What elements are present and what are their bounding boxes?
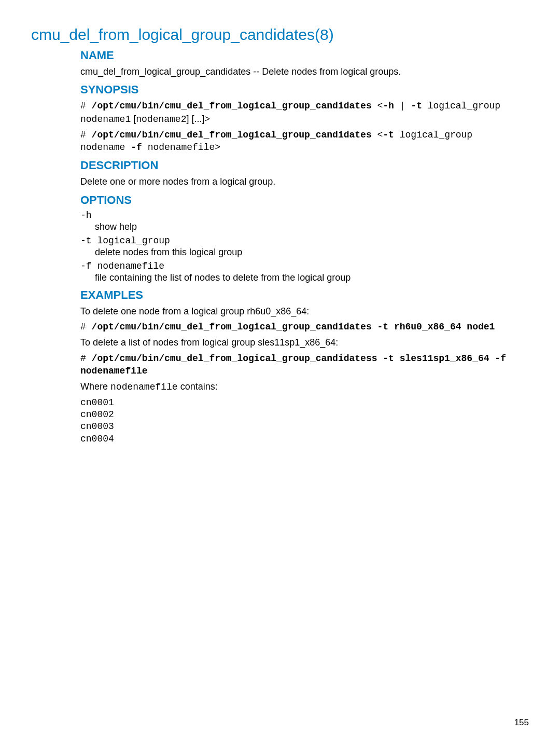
command-path: /opt/cmu/bin/cmu_del_from_logical_group_… bbox=[92, 130, 372, 140]
prompt-hash: # bbox=[80, 353, 92, 364]
arg-nodename1: nodename1 bbox=[80, 114, 131, 125]
arg-nodename2: nodename2 bbox=[136, 114, 186, 125]
example-command-1: # /opt/cmu/bin/cmu_del_from_logical_grou… bbox=[80, 321, 529, 333]
example-where-line: Where nodenamefile contains: bbox=[80, 380, 529, 393]
option-item: -h show help bbox=[80, 210, 529, 232]
command-path: /opt/cmu/bin/cmu_del_from_logical_group_… bbox=[92, 101, 372, 111]
option-flag: -f nodenamefile bbox=[80, 261, 529, 271]
example-intro-2: To delete a list of nodes from logical g… bbox=[80, 336, 529, 349]
where-post: contains: bbox=[178, 381, 218, 392]
arg-nodename: nodename bbox=[80, 142, 131, 153]
section-heading-description: DESCRIPTION bbox=[80, 159, 529, 172]
arg-logical-group: logical_group bbox=[422, 101, 500, 111]
option-item: -t logical_group delete nodes from this … bbox=[80, 236, 529, 258]
prompt-hash: # bbox=[80, 130, 92, 140]
angle-open: < bbox=[372, 101, 383, 111]
content-block: NAME cmu_del_from_logical_group_candidat… bbox=[80, 49, 529, 445]
pipe-sep: | bbox=[394, 101, 411, 111]
prompt-hash: # bbox=[80, 322, 92, 332]
prompt-hash: # bbox=[80, 101, 92, 111]
synopsis-line-2: # /opt/cmu/bin/cmu_del_from_logical_grou… bbox=[80, 129, 529, 154]
option-flag: -t logical_group bbox=[80, 236, 529, 246]
example-intro-1: To delete one node from a logical group … bbox=[80, 305, 529, 317]
synopsis-line-1: # /opt/cmu/bin/cmu_del_from_logical_grou… bbox=[80, 100, 529, 126]
section-heading-synopsis: SYNOPSIS bbox=[80, 83, 529, 96]
arg-logical-group: logical_group bbox=[394, 130, 472, 140]
manpage-document: cmu_del_from_logical_group_candidates(8)… bbox=[0, 0, 560, 468]
command-text: /opt/cmu/bin/cmu_del_from_logical_group_… bbox=[80, 353, 506, 376]
page-title: cmu_del_from_logical_group_candidates(8) bbox=[31, 26, 529, 44]
angle-open: < bbox=[372, 130, 383, 140]
flag-t: -t bbox=[411, 101, 422, 111]
name-text: cmu_del_from_logical_group_candidates --… bbox=[80, 65, 529, 78]
option-desc: show help bbox=[95, 222, 529, 232]
option-desc: file containing the list of nodes to del… bbox=[95, 272, 529, 283]
flag-f: -f bbox=[131, 142, 142, 153]
example-command-2: # /opt/cmu/bin/cmu_del_from_logical_grou… bbox=[80, 352, 529, 378]
command-text: /opt/cmu/bin/cmu_del_from_logical_group_… bbox=[92, 322, 495, 332]
section-heading-examples: EXAMPLES bbox=[80, 288, 529, 302]
description-text: Delete one or more nodes from a logical … bbox=[80, 175, 529, 188]
bracket-close: ] [...]> bbox=[186, 114, 210, 124]
option-flag: -h bbox=[80, 210, 529, 220]
where-pre: Where bbox=[80, 381, 110, 392]
section-heading-options: OPTIONS bbox=[80, 194, 529, 207]
file-contents-block: cn0001 cn0002 cn0003 cn0004 bbox=[80, 397, 529, 446]
arg-nodenamefile: nodenamefile> bbox=[142, 142, 220, 153]
bracket-open: [ bbox=[131, 114, 136, 124]
flag-t: -t bbox=[383, 130, 394, 140]
option-item: -f nodenamefile file containing the list… bbox=[80, 261, 529, 283]
page-number: 155 bbox=[514, 717, 529, 728]
section-heading-name: NAME bbox=[80, 49, 529, 62]
flag-h: -h bbox=[383, 101, 394, 111]
where-code: nodenamefile bbox=[110, 382, 178, 392]
option-desc: delete nodes from this logical group bbox=[95, 247, 529, 258]
